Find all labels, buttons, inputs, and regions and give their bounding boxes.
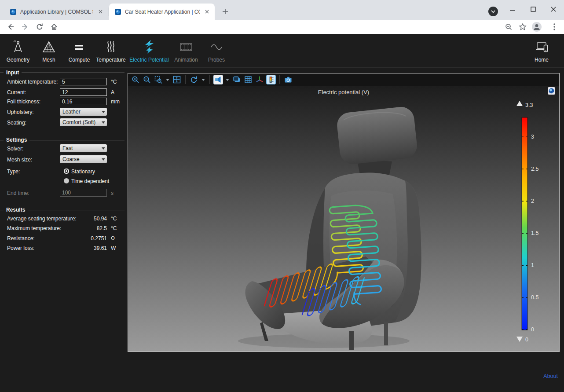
graphics-toolbar — [128, 73, 559, 86]
resistance-label: Resistance: — [7, 235, 35, 242]
browser-menu-icon[interactable] — [549, 22, 560, 32]
ribbon-home[interactable]: Home — [520, 38, 563, 63]
radio-stationary[interactable] — [64, 169, 69, 174]
bookmark-star-icon[interactable] — [517, 22, 528, 32]
home-devices-icon — [520, 38, 563, 56]
new-tab-button[interactable] — [220, 6, 231, 17]
maximize-button[interactable] — [527, 3, 540, 16]
current-label: Current: — [7, 89, 26, 95]
avg-seating-temp-unit: °C — [111, 216, 117, 222]
resistance-unit: Ω — [111, 235, 115, 242]
3d-viewport[interactable]: Electric potential (V) — [128, 86, 559, 352]
resistance-value: 0.2751 — [53, 235, 107, 242]
chevron-down-icon — [100, 158, 107, 161]
ambient-temperature-label: Ambient temperature: — [7, 79, 58, 85]
tab-close-icon[interactable] — [97, 8, 104, 15]
app-ribbon: Geometry Mesh Compute Temperature Electr… — [0, 34, 564, 68]
radio-time-dependent-label[interactable]: Time dependent — [71, 178, 109, 184]
tab-search-button[interactable] — [488, 7, 498, 16]
tab-application-library[interactable]: Application Library | COMSOL Se — [4, 4, 108, 20]
comsol-favicon — [114, 8, 121, 15]
reset-view-caret[interactable] — [201, 75, 206, 84]
radio-time-dependent[interactable] — [64, 178, 69, 183]
browser-address-bar: comsol.com/server-demo/app/car_seat_heat… — [0, 20, 564, 34]
zoom-box-caret[interactable] — [165, 75, 170, 84]
upholstery-value: Leather — [60, 109, 100, 115]
chevron-down-icon — [100, 111, 107, 113]
solver-select[interactable]: Fast — [60, 144, 107, 152]
chevron-down-icon — [100, 147, 107, 150]
ribbon-temperature[interactable]: Temperature — [90, 38, 132, 63]
ribbon-probes[interactable]: Probes — [195, 38, 238, 63]
browser-tab-strip: Application Library | COMSOL Se Car Seat… — [0, 0, 564, 20]
show-axes-button[interactable] — [255, 75, 264, 84]
ribbon-electric-potential[interactable]: Electric Potential — [128, 38, 170, 63]
solver-value: Fast — [60, 145, 100, 151]
reset-view-button[interactable] — [189, 75, 199, 84]
max-temp-unit: °C — [111, 225, 117, 231]
power-loss-label: Power loss: — [7, 245, 34, 251]
power-loss-unit: W — [111, 245, 116, 251]
snapshot-button[interactable] — [283, 75, 293, 84]
colorbar-tick-label: 3 — [531, 134, 534, 140]
scene-light-button[interactable] — [232, 75, 242, 84]
max-temp-value: 82.5 — [53, 225, 107, 231]
settings-panel: Input Ambient temperature: °C Current: A… — [0, 68, 126, 392]
power-loss-value: 39.61 — [53, 245, 107, 251]
default-3d-view-button[interactable] — [213, 75, 223, 84]
results-section-header: Results — [0, 207, 126, 213]
colorbar-tick-label: 0.5 — [531, 294, 538, 300]
default-3d-view-caret[interactable] — [225, 75, 230, 84]
about-link[interactable]: About — [543, 373, 558, 379]
reload-icon[interactable] — [34, 22, 45, 32]
colorbar-tick-label: 2.5 — [531, 166, 538, 172]
comsol-favicon — [10, 8, 17, 15]
colorbar-min-label: 0 — [525, 337, 528, 343]
current-input[interactable] — [60, 88, 107, 96]
tab-title: Application Library | COMSOL Se — [20, 9, 93, 15]
foil-thickness-label: Foil thickness: — [7, 99, 40, 105]
colorbar-max-label: 3.3 — [525, 102, 533, 108]
color-legend-button[interactable] — [266, 75, 276, 84]
current-unit: A — [111, 89, 114, 95]
zoom-in-button[interactable] — [131, 75, 140, 84]
zoom-indicator-icon[interactable] — [503, 22, 514, 32]
radio-stationary-label[interactable]: Stationary — [71, 169, 95, 175]
profile-avatar[interactable] — [531, 22, 542, 32]
tab-close-icon[interactable] — [203, 8, 210, 15]
ribbon-label: Home — [520, 57, 563, 63]
close-button[interactable] — [547, 3, 560, 16]
zoom-out-button[interactable] — [142, 75, 152, 84]
ambient-temperature-input[interactable] — [60, 78, 107, 85]
ribbon-label: Temperature — [90, 57, 132, 63]
seating-select[interactable]: Comfort (Soft) — [60, 118, 107, 126]
mesh-size-label: Mesh size: — [7, 157, 32, 163]
mesh-size-select[interactable]: Coarse — [60, 155, 107, 163]
comsol-logo — [548, 87, 555, 95]
electric-potential-bolt-icon — [128, 38, 170, 56]
seating-label: Seating: — [7, 120, 26, 126]
end-time-unit: s — [111, 190, 114, 196]
mesh-size-value: Coarse — [60, 156, 100, 162]
forward-icon[interactable] — [20, 22, 30, 32]
show-grid-button[interactable] — [243, 75, 253, 84]
colorbar-tick-label: 0 — [531, 326, 534, 333]
ambient-temperature-unit: °C — [111, 79, 117, 85]
zoom-extents-button[interactable] — [172, 75, 182, 84]
colorbar-tick-label: 2 — [531, 198, 534, 204]
back-icon[interactable] — [5, 22, 16, 32]
avg-seating-temp-value: 50.94 — [53, 216, 107, 222]
solver-label: Solver: — [7, 146, 23, 152]
probes-wave-icon — [195, 38, 238, 56]
end-time-input — [60, 189, 107, 197]
upholstery-select[interactable]: Leather — [60, 108, 107, 116]
temperature-waves-icon — [90, 38, 132, 56]
tab-car-seat-heater[interactable]: Car Seat Heater Application | CO — [109, 4, 215, 20]
settings-section-header: Settings — [0, 137, 126, 143]
type-label: Type: — [7, 169, 20, 175]
minimize-button[interactable] — [506, 3, 519, 16]
foil-thickness-input[interactable] — [60, 98, 107, 105]
zoom-box-button[interactable] — [154, 75, 163, 84]
home-icon[interactable] — [49, 22, 59, 32]
colorbar-tick-label: 1 — [531, 262, 534, 268]
